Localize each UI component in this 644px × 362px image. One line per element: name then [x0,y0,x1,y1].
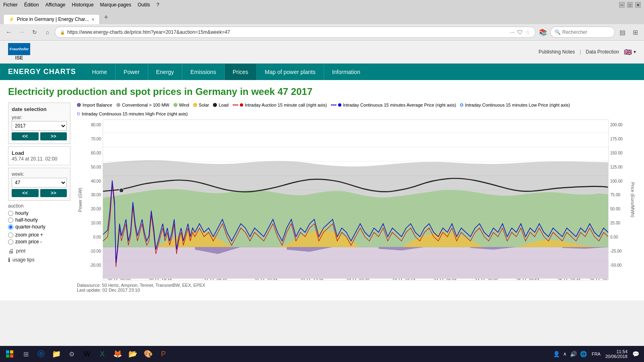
year-label: year: [12,115,67,120]
page-title: Electricity production and spot prices i… [0,80,644,99]
nav-home[interactable]: Home [84,64,116,80]
print-icon: 🖨 [8,248,14,254]
usage-tips-button[interactable]: ℹ usage tips [8,257,70,263]
auction-quarter-hourly[interactable]: quarter-hourly [8,224,70,230]
last-update-text: Last update: 02 Dec 2017 23:10 [77,288,636,292]
chart-svg-wrapper[interactable]: 20.11. 00:00 20.11. 18:46 21.11. 08:40 2… [103,119,609,280]
menu-historique[interactable]: Historique [72,2,94,8]
reload-button[interactable]: ↻ [29,27,40,38]
menu-outils[interactable]: Outils [138,2,150,8]
ise-label: ISE [15,55,23,61]
legend-import-balance: Import Balance [77,103,112,107]
auction-quarter-hourly-radio[interactable] [8,224,13,230]
publishing-notes-link[interactable]: Publishing Notes [539,49,575,55]
star-icon[interactable]: ☆ [525,29,530,35]
y-axis-right-label: Price (Euro/MWh) [630,119,636,280]
svg-point-12 [119,188,124,193]
menu-fichier[interactable]: Fichier [3,2,18,8]
chart-area: Import Balance Conventional > 100 MW Win… [77,103,636,292]
page-content: Fraunhofer ISE Publishing Notes | Data P… [0,41,644,300]
print-button[interactable]: 🖨 print [8,248,70,254]
zoom-price-minus[interactable]: zoom price - [8,239,70,245]
search-icon: 🔍 [555,29,561,35]
search-bar[interactable]: 🔍 [550,27,615,38]
search-input[interactable] [562,29,611,35]
menu-marque-pages[interactable]: Marque-pages [100,2,131,8]
tooltip-value: 45.74 at 20.11. 02:00 [12,156,67,162]
sidebar-toggle-icon[interactable]: ▤ [617,27,628,38]
nav-emissions[interactable]: Emissions [182,64,225,80]
week-label: week: [12,171,67,177]
top-nav: ENERGY CHARTS Home Power Energy Emission… [0,64,644,80]
forward-button[interactable]: → [16,27,27,38]
auction-hourly[interactable]: hourly [8,210,70,216]
y-axis-left-label: Power (GW) [77,119,83,280]
zoom-price-plus[interactable]: zoom price + [8,232,70,238]
chart-container: Power (GW) 80.00 70.00 60.00 50.00 40.00… [77,119,636,280]
info-icon: ℹ [8,257,10,263]
url-bar[interactable]: 🔒 https://www.energy-charts.de/price.htm… [55,27,536,38]
legend-solar: Solar [193,103,209,107]
url-text: https://www.energy-charts.de/price.htm?y… [67,29,508,35]
week-select[interactable]: 47 [12,178,67,187]
auction-hourly-radio[interactable] [8,211,13,216]
chart-svg: 20.11. 00:00 20.11. 18:46 21.11. 08:40 2… [103,120,608,280]
menu-edition[interactable]: Édition [24,2,39,8]
svg-text:24.11. 06:06: 24.11. 06:06 [433,278,457,280]
week-next-button[interactable]: >> [40,189,67,197]
zoom-plus-radio[interactable] [8,232,13,238]
auction-label: auction [8,203,70,209]
svg-text:21.11. 22:33: 21.11. 22:33 [255,278,278,280]
year-prev-button[interactable]: << [12,132,39,140]
minimize-button[interactable]: ─ [619,2,625,8]
layout-icon[interactable]: ⊞ [630,27,641,38]
auction-half-hourly[interactable]: half-hourly [8,217,70,223]
nav-prices[interactable]: Prices [225,64,257,80]
home-button[interactable]: ⌂ [42,27,53,38]
brand-name: ENERGY CHARTS [8,64,84,80]
nav-energy[interactable]: Energy [148,64,182,80]
svg-text:20.11. 18:46: 20.11. 18:46 [149,278,172,280]
bookmark-icon[interactable]: 🛡 [517,29,523,35]
legend: Import Balance Conventional > 100 MW Win… [77,103,636,116]
svg-rect-11 [103,247,608,279]
back-button[interactable]: ← [3,27,14,38]
nav-power[interactable]: Power [116,64,148,80]
tab-close-icon[interactable]: ✕ [91,17,95,22]
auction-radio-group: hourly half-hourly quarter-hourly [8,210,70,230]
data-protection-link[interactable]: Data Protection [586,49,619,55]
close-button[interactable]: ✕ [635,2,641,8]
legend-intraday-auction: Intraday Auction 15 minute call (right a… [233,103,327,107]
year-select[interactable]: 2017 [12,121,67,131]
legend-intraday-low: Intraday Continuous 15 minutes Low Price… [460,103,570,107]
svg-text:26.11. 23:45: 26.11. 23:45 [590,278,608,280]
datasource-text: Datasource: 50 Hertz, Amprion, Tennet, T… [77,283,636,288]
zoom-minus-radio[interactable] [8,239,13,245]
legend-load: Load [213,103,228,107]
nav-information[interactable]: Information [324,64,368,80]
svg-text:23.11. 16:13: 23.11. 16:13 [392,278,416,280]
menu-affichage[interactable]: Affichage [45,2,66,8]
language-dropdown[interactable]: ▾ [634,49,636,55]
svg-text:23.11. 02:20: 23.11. 02:20 [347,278,370,280]
svg-text:22.11. 12:26: 22.11. 12:26 [301,278,324,280]
year-next-button[interactable]: >> [40,132,67,140]
library-icon[interactable]: 📚 [537,27,549,38]
auction-half-hourly-radio[interactable] [8,218,13,223]
legend-conventional: Conventional > 100 MW [116,103,169,107]
week-prev-button[interactable]: << [12,189,39,197]
legend-intraday-avg: Intraday Continuous 15 minutes Average P… [331,103,456,107]
svg-text:24.11. 20:00: 24.11. 20:00 [475,278,498,280]
maximize-button[interactable]: □ [627,2,633,8]
svg-text:21.11. 08:40: 21.11. 08:40 [204,278,227,280]
new-tab-button[interactable]: + [100,12,112,23]
datasource-info: Datasource: 50 Hertz, Amprion, Tennet, T… [77,283,636,292]
tab-title: Price in Germany | Energy Char... [17,16,89,22]
sidebar: date selection year: 2017 << >> Load 45.… [8,103,70,292]
nav-map-of-power-plants[interactable]: Map of power plants [257,64,324,80]
active-tab[interactable]: ⚡ Price in Germany | Energy Char... ✕ [3,14,100,24]
date-selection-title: date selection [12,106,67,112]
svg-text:25.11. 09:53: 25.11. 09:53 [516,278,540,280]
url-more-icon[interactable]: ··· [510,29,515,35]
menu-help[interactable]: ? [157,2,159,8]
